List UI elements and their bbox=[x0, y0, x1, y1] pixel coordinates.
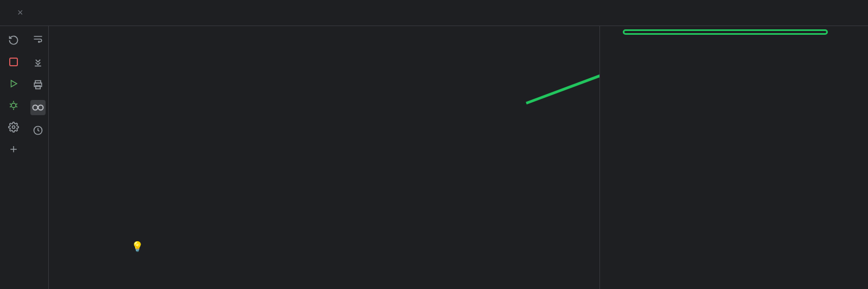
svg-rect-0 bbox=[10, 58, 17, 66]
svg-point-8 bbox=[33, 105, 37, 110]
soft-wrap-icon[interactable] bbox=[30, 32, 46, 47]
history-icon[interactable] bbox=[30, 123, 46, 138]
rerun-icon[interactable] bbox=[7, 34, 20, 47]
highlighted-fields bbox=[623, 29, 828, 35]
add-icon[interactable]: ＋ bbox=[7, 142, 20, 155]
close-icon[interactable]: × bbox=[17, 7, 23, 18]
svg-point-2 bbox=[11, 103, 16, 108]
stop-icon[interactable] bbox=[7, 55, 20, 68]
variables-pane[interactable] bbox=[599, 26, 868, 289]
run-icon[interactable] bbox=[7, 77, 20, 90]
tab-python-console[interactable]: × bbox=[7, 0, 28, 26]
svg-point-3 bbox=[12, 126, 15, 129]
debug-icon[interactable] bbox=[7, 99, 20, 112]
secondary-toolbar bbox=[27, 26, 49, 289]
console-output[interactable]: 💡 bbox=[49, 26, 599, 289]
svg-marker-1 bbox=[11, 80, 17, 87]
svg-line-11 bbox=[526, 60, 599, 103]
annotation-arrow bbox=[521, 54, 599, 109]
primary-toolbar: ＋ bbox=[0, 26, 27, 289]
tab-bar: × bbox=[0, 0, 868, 26]
scroll-to-end-icon[interactable] bbox=[30, 54, 46, 70]
lightbulb-icon[interactable]: 💡 bbox=[131, 238, 143, 255]
settings-icon[interactable] bbox=[7, 121, 20, 134]
print-icon[interactable] bbox=[30, 77, 46, 92]
variables-icon[interactable] bbox=[30, 100, 46, 115]
svg-point-9 bbox=[38, 105, 43, 110]
main-row: ＋ 💡 bbox=[0, 26, 868, 289]
